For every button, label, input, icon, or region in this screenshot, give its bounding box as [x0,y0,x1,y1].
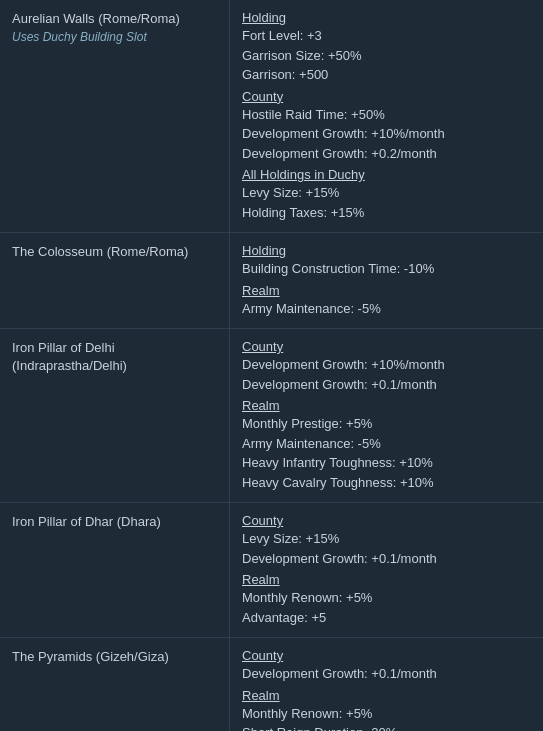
effect-section-header: Realm [242,572,531,587]
effect-line: Short Reign Duration -20% [242,723,531,731]
building-effects-cell: HoldingBuilding Construction Time: -10%R… [230,233,543,328]
effect-line: Development Growth: +10%/month [242,355,531,375]
effect-line: Fort Level: +3 [242,26,531,46]
effect-line: Garrison: +500 [242,65,531,85]
effect-line: Heavy Cavalry Toughness: +10% [242,473,531,493]
effect-section-header: County [242,648,531,663]
effect-section-header: All Holdings in Duchy [242,167,531,182]
effect-section-header: Holding [242,243,531,258]
table-row: The Pyramids (Gizeh/Giza)CountyDevelopme… [0,638,543,731]
effect-section-header: Realm [242,398,531,413]
building-subtitle: Uses Duchy Building Slot [12,30,217,44]
effect-line: Monthly Renown: +5% [242,588,531,608]
table-row: Iron Pillar of Delhi (Indraprastha/Delhi… [0,329,543,503]
table-row: The Colosseum (Rome/Roma)HoldingBuilding… [0,233,543,329]
effect-section-header: County [242,513,531,528]
effect-line: Levy Size: +15% [242,529,531,549]
building-name-cell: The Pyramids (Gizeh/Giza) [0,638,230,731]
building-name-cell: The Colosseum (Rome/Roma) [0,233,230,328]
building-name: The Pyramids (Gizeh/Giza) [12,648,217,666]
effect-line: Development Growth: +0.1/month [242,375,531,395]
effect-line: Development Growth: +10%/month [242,124,531,144]
effect-line: Development Growth: +0.1/month [242,549,531,569]
effect-line: Monthly Prestige: +5% [242,414,531,434]
building-name: Aurelian Walls (Rome/Roma) [12,10,217,28]
building-name: Iron Pillar of Dhar (Dhara) [12,513,217,531]
building-name-cell: Iron Pillar of Dhar (Dhara) [0,503,230,637]
effect-section-header: County [242,339,531,354]
effect-line: Heavy Infantry Toughness: +10% [242,453,531,473]
effect-line: Development Growth: +0.2/month [242,144,531,164]
effect-line: Army Maintenance: -5% [242,299,531,319]
building-name-cell: Iron Pillar of Delhi (Indraprastha/Delhi… [0,329,230,502]
effect-line: Holding Taxes: +15% [242,203,531,223]
effect-section-header: County [242,89,531,104]
effect-section-header: Holding [242,10,531,25]
building-name: The Colosseum (Rome/Roma) [12,243,217,261]
effect-section-header: Realm [242,688,531,703]
effect-line: Building Construction Time: -10% [242,259,531,279]
building-name-cell: Aurelian Walls (Rome/Roma)Uses Duchy Bui… [0,0,230,232]
building-name: Iron Pillar of Delhi (Indraprastha/Delhi… [12,339,217,375]
effect-line: Development Growth: +0.1/month [242,664,531,684]
building-effects-cell: CountyDevelopment Growth: +10%/monthDeve… [230,329,543,502]
buildings-table: Aurelian Walls (Rome/Roma)Uses Duchy Bui… [0,0,543,731]
effect-section-header: Realm [242,283,531,298]
building-effects-cell: HoldingFort Level: +3Garrison Size: +50%… [230,0,543,232]
effect-line: Army Maintenance: -5% [242,434,531,454]
building-effects-cell: CountyDevelopment Growth: +0.1/monthReal… [230,638,543,731]
table-row: Iron Pillar of Dhar (Dhara)CountyLevy Si… [0,503,543,638]
building-effects-cell: CountyLevy Size: +15%Development Growth:… [230,503,543,637]
effect-line: Garrison Size: +50% [242,46,531,66]
effect-line: Levy Size: +15% [242,183,531,203]
effect-line: Monthly Renown: +5% [242,704,531,724]
table-row: Aurelian Walls (Rome/Roma)Uses Duchy Bui… [0,0,543,233]
effect-line: Advantage: +5 [242,608,531,628]
effect-line: Hostile Raid Time: +50% [242,105,531,125]
